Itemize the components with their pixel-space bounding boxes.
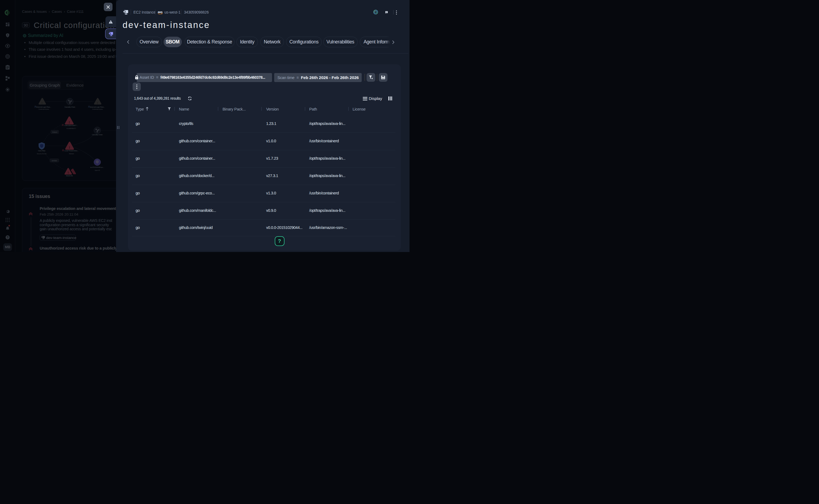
svg-text:aws: aws — [158, 11, 163, 14]
